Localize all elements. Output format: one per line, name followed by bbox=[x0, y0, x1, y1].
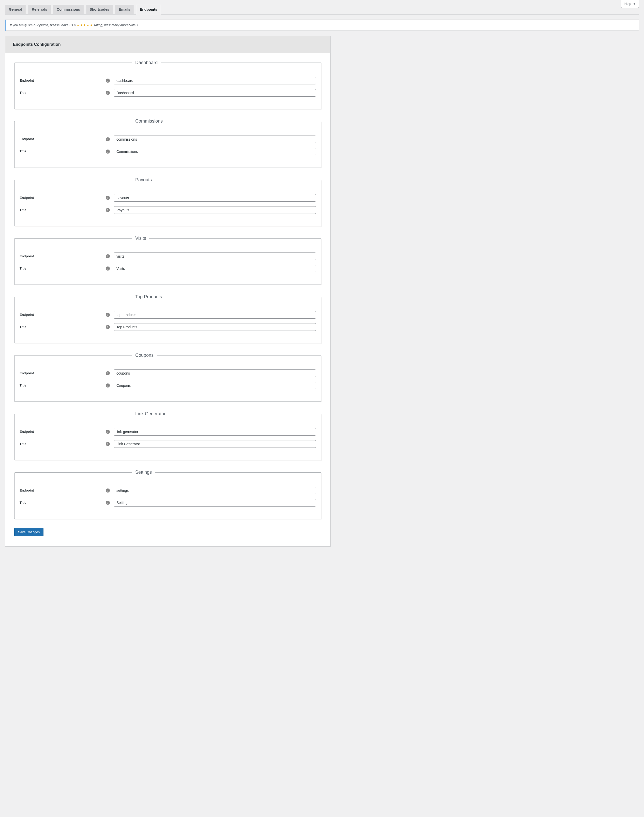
title-input[interactable] bbox=[113, 323, 316, 331]
field-input-wrap bbox=[113, 89, 316, 97]
field-label: Endpoint? bbox=[20, 254, 113, 259]
label-text: Endpoint bbox=[20, 488, 34, 493]
section-legend: Visits bbox=[132, 235, 149, 242]
help-icon[interactable]: ? bbox=[106, 489, 110, 492]
help-icon[interactable]: ? bbox=[106, 78, 110, 83]
field-input-wrap bbox=[113, 428, 316, 435]
title-input[interactable] bbox=[113, 499, 316, 506]
field-label: Endpoint? bbox=[20, 137, 113, 141]
field-input-wrap bbox=[113, 499, 316, 506]
label-text: Title bbox=[20, 208, 26, 212]
field-row-endpoint: Endpoint? bbox=[20, 311, 316, 319]
field-label: Endpoint? bbox=[20, 78, 113, 83]
endpoint-input[interactable] bbox=[113, 487, 316, 494]
field-label: Title? bbox=[20, 90, 113, 95]
endpoint-input[interactable] bbox=[113, 77, 316, 84]
settings-panel: Endpoints Configuration DashboardEndpoin… bbox=[5, 36, 331, 547]
label-text: Endpoint bbox=[20, 78, 34, 83]
section-payouts: PayoutsEndpoint?Title? bbox=[14, 177, 321, 226]
star-icon[interactable]: ★★★★★ bbox=[77, 23, 93, 27]
label-text: Title bbox=[20, 325, 26, 329]
help-icon[interactable]: ? bbox=[106, 383, 110, 388]
field-input-wrap bbox=[113, 148, 316, 155]
title-input[interactable] bbox=[113, 265, 316, 272]
field-input-wrap bbox=[113, 265, 316, 272]
field-input-wrap bbox=[113, 311, 316, 319]
field-input-wrap bbox=[113, 487, 316, 494]
tab-shortcodes[interactable]: Shortcodes bbox=[86, 5, 113, 14]
caret-down-icon: ▼ bbox=[633, 3, 636, 5]
section-legend: Coupons bbox=[132, 352, 156, 359]
field-row-title: Title? bbox=[20, 89, 316, 97]
tab-general[interactable]: General bbox=[5, 5, 26, 14]
field-input-wrap bbox=[113, 369, 316, 377]
field-row-title: Title? bbox=[20, 265, 316, 272]
field-label: Title? bbox=[20, 500, 113, 505]
label-text: Title bbox=[20, 442, 26, 446]
label-text: Title bbox=[20, 266, 26, 271]
title-input[interactable] bbox=[113, 89, 316, 97]
tab-commissions[interactable]: Commissions bbox=[53, 5, 84, 14]
title-input[interactable] bbox=[113, 206, 316, 214]
field-row-endpoint: Endpoint? bbox=[20, 135, 316, 143]
field-row-title: Title? bbox=[20, 440, 316, 448]
title-input[interactable] bbox=[113, 440, 316, 448]
admin-wrap: Help ▼ General Referrals Commissions Sho… bbox=[0, 0, 644, 557]
title-input[interactable] bbox=[113, 382, 316, 389]
help-label: Help bbox=[624, 2, 631, 6]
help-icon[interactable]: ? bbox=[106, 501, 110, 505]
field-label: Endpoint? bbox=[20, 196, 113, 200]
label-text: Endpoint bbox=[20, 196, 34, 200]
field-row-endpoint: Endpoint? bbox=[20, 194, 316, 202]
label-text: Title bbox=[20, 500, 26, 505]
title-input[interactable] bbox=[113, 148, 316, 155]
field-input-wrap bbox=[113, 382, 316, 389]
section-dashboard: DashboardEndpoint?Title? bbox=[14, 60, 321, 109]
section-top-products: Top ProductsEndpoint?Title? bbox=[14, 294, 321, 343]
notice-text-post: rating, we'll really appreciate it. bbox=[93, 23, 139, 27]
save-button[interactable]: Save Changes bbox=[14, 528, 43, 536]
tab-referrals[interactable]: Referrals bbox=[28, 5, 51, 14]
help-icon[interactable]: ? bbox=[106, 267, 110, 271]
endpoint-input[interactable] bbox=[113, 135, 316, 143]
label-text: Endpoint bbox=[20, 313, 34, 317]
section-link-generator: Link GeneratorEndpoint?Title? bbox=[14, 411, 321, 460]
section-coupons: CouponsEndpoint?Title? bbox=[14, 352, 321, 402]
help-icon[interactable]: ? bbox=[106, 196, 110, 200]
label-text: Title bbox=[20, 90, 26, 95]
rating-notice: If you really like our plugin, please le… bbox=[5, 20, 639, 31]
endpoint-input[interactable] bbox=[113, 369, 316, 377]
help-screen-tab[interactable]: Help ▼ bbox=[621, 0, 639, 8]
panel-body: DashboardEndpoint?Title?CommissionsEndpo… bbox=[5, 53, 330, 546]
section-settings: SettingsEndpoint?Title? bbox=[14, 469, 321, 519]
endpoint-input[interactable] bbox=[113, 253, 316, 260]
help-icon[interactable]: ? bbox=[106, 442, 110, 446]
field-input-wrap bbox=[113, 77, 316, 84]
endpoint-input[interactable] bbox=[113, 194, 316, 202]
help-icon[interactable]: ? bbox=[106, 91, 110, 95]
help-icon[interactable]: ? bbox=[106, 254, 110, 258]
help-icon[interactable]: ? bbox=[106, 371, 110, 375]
field-row-title: Title? bbox=[20, 206, 316, 214]
help-icon[interactable]: ? bbox=[106, 137, 110, 141]
section-visits: VisitsEndpoint?Title? bbox=[14, 235, 321, 285]
label-text: Title bbox=[20, 149, 26, 153]
field-label: Title? bbox=[20, 149, 113, 153]
field-row-endpoint: Endpoint? bbox=[20, 428, 316, 435]
help-icon[interactable]: ? bbox=[106, 325, 110, 329]
tab-endpoints[interactable]: Endpoints bbox=[136, 5, 161, 14]
label-text: Endpoint bbox=[20, 254, 34, 259]
field-label: Endpoint? bbox=[20, 488, 113, 493]
field-row-endpoint: Endpoint? bbox=[20, 487, 316, 494]
field-row-title: Title? bbox=[20, 499, 316, 506]
endpoint-input[interactable] bbox=[113, 428, 316, 435]
help-icon[interactable]: ? bbox=[106, 430, 110, 434]
help-icon[interactable]: ? bbox=[106, 208, 110, 212]
help-icon[interactable]: ? bbox=[106, 150, 110, 153]
endpoint-input[interactable] bbox=[113, 311, 316, 319]
label-text: Endpoint bbox=[20, 371, 34, 376]
field-label: Title? bbox=[20, 442, 113, 446]
help-icon[interactable]: ? bbox=[106, 313, 110, 317]
field-input-wrap bbox=[113, 253, 316, 260]
tab-emails[interactable]: Emails bbox=[115, 5, 134, 14]
